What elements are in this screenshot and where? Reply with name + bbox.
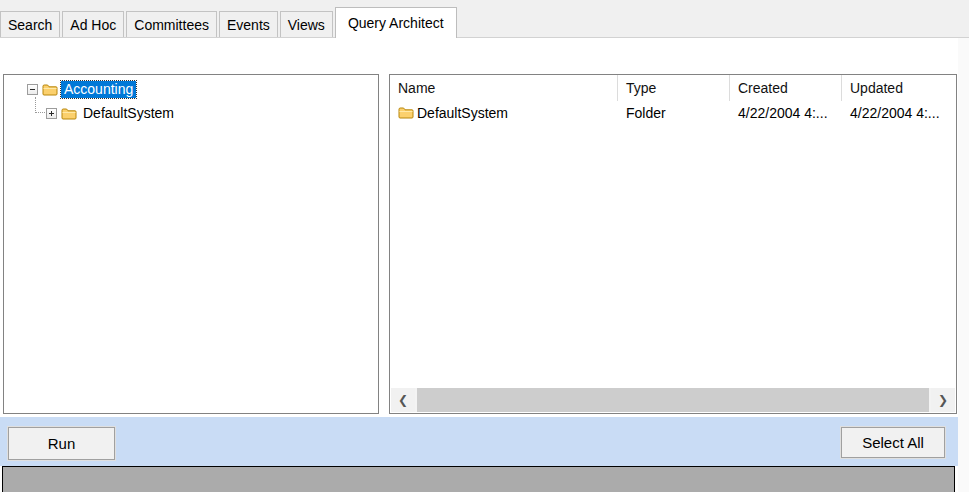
folder-tree-panel: Accounting DefaultSystem xyxy=(3,74,379,414)
content-right-edge xyxy=(957,38,969,492)
minus-glyph xyxy=(30,89,35,90)
tree-item-accounting[interactable]: Accounting xyxy=(4,80,378,98)
action-bar: Run Select All xyxy=(0,417,958,466)
scroll-left-icon[interactable]: ❮ xyxy=(391,388,415,412)
tab-views[interactable]: Views xyxy=(280,11,333,37)
plus-glyph-v xyxy=(51,111,52,116)
scrollbar-thumb[interactable] xyxy=(417,388,929,412)
tab-events[interactable]: Events xyxy=(219,11,278,37)
expand-plus-icon[interactable] xyxy=(46,108,57,119)
column-header-name[interactable]: Name xyxy=(390,75,618,101)
collapse-minus-icon[interactable] xyxy=(27,84,38,95)
tree-label-accounting[interactable]: Accounting xyxy=(61,81,136,98)
list-row-defaultsystem[interactable]: DefaultSystem Folder 4/22/2004 4:... 4/2… xyxy=(390,101,956,124)
tab-bar: Search Ad Hoc Committees Events Views Qu… xyxy=(0,0,969,38)
tree-item-defaultsystem[interactable]: DefaultSystem xyxy=(4,104,378,122)
column-header-created[interactable]: Created xyxy=(730,75,842,101)
horizontal-scrollbar[interactable]: ❮ ❯ xyxy=(391,388,955,412)
tab-ad-hoc[interactable]: Ad Hoc xyxy=(62,11,124,37)
run-button[interactable]: Run xyxy=(8,427,115,460)
list-cell-name[interactable]: DefaultSystem xyxy=(390,105,618,121)
select-all-button[interactable]: Select All xyxy=(841,427,945,458)
tab-query-architect[interactable]: Query Architect xyxy=(335,7,457,38)
list-cell-name-text: DefaultSystem xyxy=(417,105,508,121)
folder-icon xyxy=(42,83,58,96)
list-cell-created: 4/22/2004 4:... xyxy=(730,105,842,121)
folder-list-panel: Name Type Created Updated DefaultSystem … xyxy=(389,74,957,414)
status-bar xyxy=(2,466,955,492)
tab-committees[interactable]: Committees xyxy=(126,11,217,37)
column-header-type[interactable]: Type xyxy=(618,75,730,101)
tab-search[interactable]: Search xyxy=(0,11,60,37)
list-header: Name Type Created Updated xyxy=(390,75,956,101)
column-header-updated[interactable]: Updated xyxy=(842,75,956,101)
scroll-right-icon[interactable]: ❯ xyxy=(931,388,955,412)
list-cell-type: Folder xyxy=(618,105,730,121)
list-cell-updated: 4/22/2004 4:... xyxy=(842,105,956,121)
folder-icon xyxy=(61,107,77,120)
folder-icon xyxy=(398,106,414,119)
tree-label-defaultsystem[interactable]: DefaultSystem xyxy=(80,105,177,122)
